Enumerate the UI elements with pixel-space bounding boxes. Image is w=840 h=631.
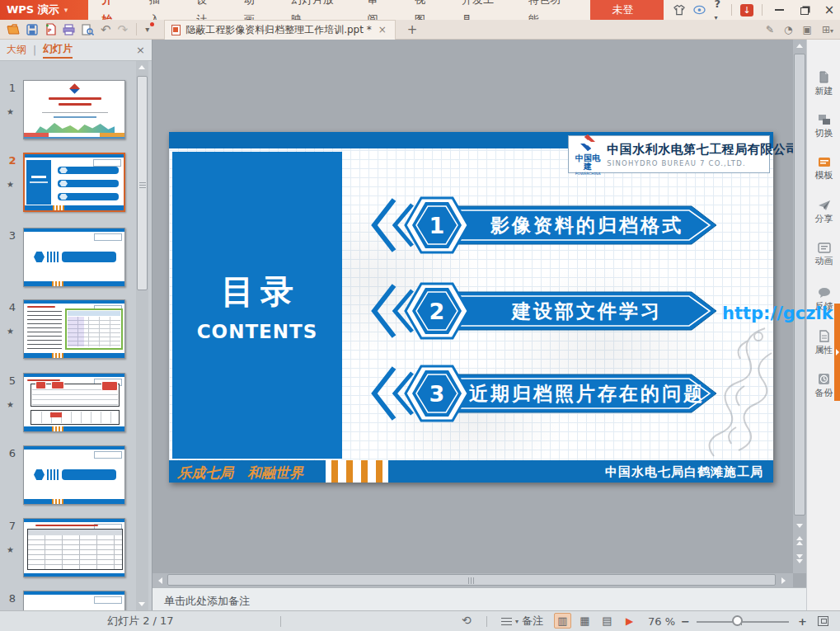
horizontal-scrollbar[interactable]	[153, 573, 793, 587]
tab-row-tools: ✎ ◔ ▣ ⊞▾	[766, 20, 833, 40]
close-button[interactable]: ×	[819, 2, 840, 18]
slide-footer-bar: 乐成七局 和融世界 中国水电七局白鹤滩施工局	[169, 460, 773, 483]
tool-panel-icon[interactable]: ▣	[803, 24, 812, 35]
slide-thumbnail-2[interactable]	[23, 153, 125, 212]
help-icon[interactable]: ?▾	[714, 0, 723, 22]
zoom-out-button[interactable]: −	[681, 615, 690, 628]
scroll-down-icon[interactable]	[138, 602, 145, 606]
chevron-left-icon	[374, 200, 394, 251]
slide-thumbnail-8[interactable]	[23, 591, 125, 610]
toc-item-label: 建设部文件学习	[467, 295, 707, 327]
decor	[93, 159, 121, 167]
decor	[35, 121, 115, 133]
wps-presentation-window: WPS 演示 ▾ 开始 插入 设计 动画 幻灯片放映 审阅 视图 开发工具 特色…	[0, 0, 840, 631]
scroll-left-icon[interactable]	[153, 573, 165, 587]
toc-title-panel[interactable]: 目录 CONTENTS	[172, 152, 342, 459]
toc-item-1[interactable]: 1 影像资料的归档格式	[369, 193, 724, 257]
decor	[24, 137, 124, 139]
slide-thumbnail-1[interactable]	[23, 80, 125, 139]
notes-area[interactable]: 单击此处添加备注	[153, 587, 806, 610]
sidebar-item-switch[interactable]: 切换	[807, 114, 840, 139]
open-folder-icon[interactable]	[7, 24, 20, 35]
view-normal-button[interactable]: ▥	[554, 613, 571, 629]
properties-icon	[819, 330, 830, 342]
weibo-eye-icon[interactable]	[693, 5, 706, 15]
divider	[731, 4, 732, 16]
app-menu-button[interactable]: WPS 演示 ▾	[0, 0, 88, 20]
sidebar-item-animation[interactable]: 动画	[807, 243, 840, 267]
toolbar-options-icon[interactable]: ⊞▾	[822, 24, 833, 35]
tab-outline[interactable]: 大纲	[7, 43, 26, 57]
decor	[24, 573, 124, 577]
redo-icon[interactable]: ↷	[118, 22, 129, 37]
history-clock-icon[interactable]: ⟲	[462, 614, 472, 627]
zoom-slider-handle[interactable]	[732, 615, 743, 626]
slide-canvas[interactable]: 中国电建 POWERCHINA 中国水利水电第七工程局有限公司 SINOHYDR…	[169, 132, 773, 483]
scroll-up-icon[interactable]	[793, 40, 806, 52]
skin-shirt-icon[interactable]	[673, 4, 685, 16]
toc-item-number: 3	[429, 381, 445, 407]
undo-icon[interactable]: ↶	[101, 22, 111, 37]
notes-toggle-button[interactable]: ▾ 备注	[501, 614, 543, 629]
next-slide-icon[interactable]	[793, 553, 806, 565]
decor	[24, 519, 124, 522]
watermark-link[interactable]: http://gczlk.cn	[722, 304, 840, 323]
chevron-left-icon	[374, 285, 394, 337]
export-pdf-icon[interactable]: P	[45, 23, 56, 35]
scroll-down-icon[interactable]	[793, 520, 806, 532]
slide-thumbnail-6[interactable]	[23, 445, 125, 505]
toc-item-2[interactable]: 2 建设部文件学习	[369, 279, 724, 343]
print-preview-icon[interactable]	[82, 24, 94, 35]
download-center-icon[interactable]: ↓	[740, 4, 753, 16]
divider	[486, 616, 487, 627]
save-icon[interactable]	[26, 24, 38, 35]
restore-button[interactable]	[794, 2, 815, 18]
view-reading-button[interactable]: ▤	[598, 613, 616, 629]
view-slide-sorter-button[interactable]: ▦	[576, 613, 594, 629]
decor	[47, 252, 59, 262]
scrollbar-thumb[interactable]	[137, 76, 148, 290]
panel-collapse-handle[interactable]	[834, 304, 840, 401]
decor	[47, 469, 59, 480]
login-button[interactable]: 未登录	[590, 0, 664, 20]
fit-to-window-icon[interactable]	[818, 616, 828, 626]
scroll-right-icon[interactable]	[779, 573, 791, 587]
close-panel-icon[interactable]: ×	[136, 44, 145, 56]
sidebar-item-new[interactable]: 新建	[807, 71, 840, 97]
thumbnail-scrollbar[interactable]	[136, 61, 148, 610]
document-tab-active[interactable]: 隐蔽工程影像资料归档整理工作培训.ppt * ×	[164, 20, 396, 40]
slide-thumbnail-7[interactable]	[23, 518, 125, 577]
decor	[34, 252, 45, 262]
minimize-button[interactable]	[769, 2, 791, 18]
zoom-slider-track[interactable]	[697, 621, 789, 623]
backup-icon	[818, 373, 830, 385]
decor	[24, 446, 124, 450]
scrollbar-thumb[interactable]	[167, 574, 776, 586]
slide-thumbnail-5[interactable]	[23, 373, 125, 432]
sidebar-item-share[interactable]: 分享	[807, 200, 840, 225]
tool-pen-icon[interactable]: ✎	[766, 24, 774, 35]
close-document-icon[interactable]: ×	[377, 24, 388, 35]
tab-slides[interactable]: 幻灯片	[43, 42, 73, 59]
slide-thumbnail-3[interactable]	[23, 228, 125, 287]
tool-mode-icon[interactable]: ◔	[784, 24, 792, 35]
customize-toolbar-icon[interactable]: ▾	[145, 25, 153, 34]
scroll-up-icon[interactable]	[138, 65, 145, 69]
new-tab-button[interactable]: +	[402, 22, 423, 37]
status-bar: 幻灯片 2 / 17 ⟲ ▾ 备注 ▥ ▦ ▤ ▶ 76 % − +	[0, 610, 840, 631]
toc-item-3[interactable]: 3 近期归档照片存在的问题	[369, 361, 724, 426]
print-icon[interactable]	[63, 24, 75, 35]
slide-number-3: 3	[6, 229, 19, 242]
scrollbar-thumb[interactable]	[794, 54, 805, 516]
slide-thumbnail-4[interactable]	[23, 299, 125, 359]
decor	[24, 426, 124, 431]
decor	[62, 252, 116, 262]
decor	[94, 451, 122, 459]
slide-editing-area[interactable]: 中国电建 POWERCHINA 中国水利水电第七工程局有限公司 SINOHYDR…	[153, 40, 793, 573]
sidebar-item-template[interactable]: 模板	[807, 157, 840, 181]
slideshow-play-button[interactable]: ▶	[621, 613, 638, 629]
previous-slide-icon[interactable]	[793, 534, 806, 547]
decor	[35, 525, 98, 526]
zoom-in-button[interactable]: +	[798, 615, 807, 628]
titlebar-icons: ?▾ ↓	[673, 0, 763, 22]
